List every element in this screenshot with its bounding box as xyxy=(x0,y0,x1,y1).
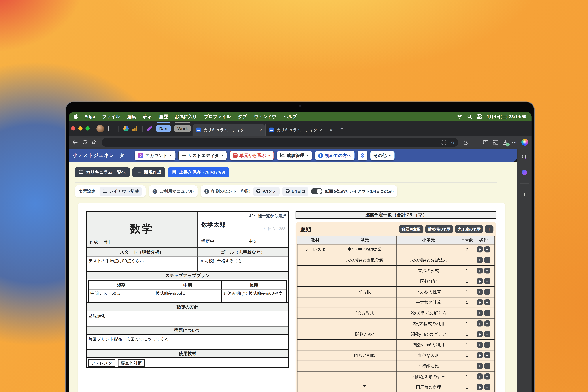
nav-account-button[interactable]: ラ アカウント▼ xyxy=(135,150,176,160)
sidebar-add-icon[interactable]: + xyxy=(522,192,526,199)
cell-subunit[interactable]: 平方根の性質 xyxy=(396,286,461,297)
cell-material[interactable] xyxy=(297,276,333,286)
remove-session-button[interactable]: − xyxy=(484,257,490,263)
remove-session-button[interactable]: − xyxy=(484,374,490,380)
reload-icon[interactable] xyxy=(82,140,88,145)
cell-subunit[interactable]: 関数y=ax²のグラフ xyxy=(396,329,461,339)
cell-unit[interactable]: 図形と相似 xyxy=(333,350,396,360)
extension-icon-3[interactable] xyxy=(147,126,152,131)
wifi-icon[interactable] xyxy=(456,114,462,118)
cell-material[interactable] xyxy=(297,308,333,318)
plan-short-textarea[interactable]: 中間テスト60点 xyxy=(89,290,154,302)
student-name[interactable]: 数学太郎 xyxy=(201,221,226,229)
cell-unit[interactable]: 平方根 xyxy=(333,286,396,297)
extensions-puzzle-icon[interactable] xyxy=(463,140,469,145)
material-chip[interactable]: フォレスタ xyxy=(88,359,116,367)
close-window-button[interactable] xyxy=(71,126,75,130)
cell-unit[interactable] xyxy=(333,276,396,286)
print-a4-button[interactable]: A4タテ xyxy=(253,187,280,196)
student-school[interactable]: 播磨中 xyxy=(201,239,214,244)
add-session-button[interactable]: ＋ xyxy=(477,257,483,263)
cell-subunit[interactable]: 相似な図形 xyxy=(396,350,461,360)
cell-unit[interactable]: 2次方程式 xyxy=(333,308,396,318)
remove-session-button[interactable]: − xyxy=(484,363,490,369)
remove-session-button[interactable]: − xyxy=(484,268,490,274)
remove-session-button[interactable]: − xyxy=(484,278,490,284)
menu-item-tab[interactable]: タブ xyxy=(238,114,247,120)
student-grade[interactable]: 中３ xyxy=(248,239,257,244)
workspaces-icon[interactable] xyxy=(107,126,112,131)
plan-long-textarea[interactable]: 冬休み明けで模試偏差値60程度 xyxy=(222,290,286,302)
new-tab-button[interactable]: + xyxy=(340,125,344,132)
goal-textarea[interactable]: ○○高校に合格すること xyxy=(198,256,288,271)
cell-material[interactable] xyxy=(297,340,333,350)
remove-session-button[interactable]: − xyxy=(484,331,490,337)
cell-unit[interactable] xyxy=(333,360,396,371)
add-session-button[interactable]: ＋ xyxy=(477,384,483,390)
menu-item-profiles[interactable]: プロファイル xyxy=(204,114,231,120)
cell-subunit[interactable]: 2次方程式の解き方 xyxy=(396,308,461,318)
print-b4-button[interactable]: B4ヨコ xyxy=(282,187,308,196)
menu-item-help[interactable]: ヘルプ xyxy=(284,114,297,120)
remove-session-button[interactable]: − xyxy=(484,342,490,348)
subject-title[interactable]: 数学 xyxy=(87,222,197,236)
add-session-button[interactable]: ＋ xyxy=(477,374,483,380)
remove-session-button[interactable]: − xyxy=(484,299,490,306)
cell-material[interactable] xyxy=(297,286,333,297)
downloads-icon[interactable]: ✓ xyxy=(503,140,508,145)
remove-session-button[interactable]: − xyxy=(484,352,490,358)
menu-item-history[interactable]: 履歴 xyxy=(159,114,168,120)
cell-subunit[interactable]: 平行線と比 xyxy=(396,360,461,371)
cell-material[interactable] xyxy=(297,318,333,329)
add-session-button[interactable]: ＋ xyxy=(477,331,483,337)
nav-list-editor-button[interactable]: リストエディタ▼ xyxy=(178,150,227,160)
remove-session-button[interactable]: − xyxy=(484,310,490,316)
sidebar-search-icon[interactable] xyxy=(522,154,528,162)
spotlight-search-icon[interactable] xyxy=(467,114,472,119)
cell-subunit[interactable]: 円周角の定理 xyxy=(396,382,461,392)
cell-subunit[interactable]: 乗法の公式 xyxy=(396,265,461,276)
menu-app-name[interactable]: Edge xyxy=(84,114,95,119)
layout-switch-button[interactable]: レイアウト切替 xyxy=(100,187,142,196)
settings-more-icon[interactable]: ⋯ xyxy=(512,140,517,145)
cell-unit[interactable]: 円 xyxy=(333,382,396,392)
cell-subunit[interactable]: 式の展開と分配法則 xyxy=(396,255,461,265)
remove-session-button[interactable]: − xyxy=(484,289,490,295)
cell-material[interactable] xyxy=(297,255,333,265)
notes-toggle-button[interactable]: 備考欄の表示 xyxy=(425,225,453,233)
cell-material[interactable]: フォレスタ xyxy=(297,244,333,255)
cell-unit[interactable] xyxy=(333,318,396,329)
cell-unit[interactable] xyxy=(333,371,396,382)
remove-session-button[interactable]: − xyxy=(484,384,490,390)
minimize-window-button[interactable] xyxy=(78,126,82,130)
add-session-button[interactable]: ＋ xyxy=(477,299,483,306)
plan-mid-textarea[interactable]: 模試偏差値55以上 xyxy=(154,290,222,302)
menu-item-window[interactable]: ウィンドウ xyxy=(254,114,276,120)
nav-settings-button[interactable]: ⚙ xyxy=(358,150,367,160)
cell-unit[interactable] xyxy=(333,297,396,308)
remove-session-button[interactable]: − xyxy=(484,246,490,252)
cell-unit[interactable]: 中1・中2の総復習 xyxy=(333,244,396,255)
microsoft365-icon[interactable] xyxy=(522,170,528,175)
cell-material[interactable] xyxy=(297,265,333,276)
nav-pick-by-unit-button[interactable]: 単元から選ぶ▼ xyxy=(230,150,274,160)
author-line[interactable]: 作成： 田中 xyxy=(90,239,112,245)
nav-beginners-button[interactable]: i 初めての方へ xyxy=(315,150,355,160)
tab-close-icon[interactable]: × xyxy=(330,128,332,132)
manual-link[interactable]: ご利用マニュアル xyxy=(160,188,194,194)
student-select-link[interactable]: 生徒一覧から選択 xyxy=(248,214,286,219)
control-center-icon[interactable] xyxy=(477,114,482,119)
add-session-button[interactable]: ＋ xyxy=(477,310,483,316)
add-session-button[interactable]: ＋ xyxy=(477,246,483,252)
cell-subunit[interactable]: 因数分解 xyxy=(396,276,461,286)
cell-material[interactable] xyxy=(297,297,333,308)
tab-group-dart[interactable]: Dart xyxy=(156,125,171,132)
profile-avatar[interactable] xyxy=(96,125,104,132)
menu-item-file[interactable]: ファイル xyxy=(102,114,120,120)
add-session-button[interactable]: ＋ xyxy=(477,268,483,274)
add-session-button[interactable]: ＋ xyxy=(477,342,483,348)
tab-curriculum-editor[interactable]: カリキュラムエディタ × xyxy=(193,124,265,136)
back-icon[interactable] xyxy=(72,140,78,145)
favorite-star-icon[interactable]: ☆ xyxy=(450,140,455,145)
add-session-button[interactable]: ＋ xyxy=(477,278,483,284)
